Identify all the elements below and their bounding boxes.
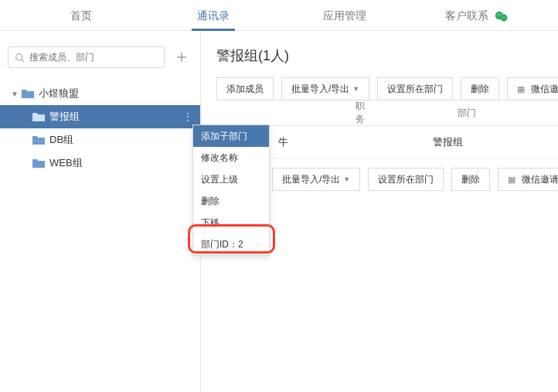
tree-item-label: 警报组 (49, 110, 182, 124)
set-dept-button-2[interactable]: 设置所在部门 (368, 168, 444, 191)
batch-import-button-2[interactable]: 批量导入/导出▼ (272, 168, 360, 191)
svg-line-7 (22, 59, 24, 61)
caret-down-icon: ▼ (11, 90, 19, 98)
tree-root-label: 小煜狼盟 (39, 87, 200, 101)
menu-set-parent[interactable]: 设置上级 (193, 169, 269, 190)
dept-id-value: 2 (238, 239, 243, 250)
cell-dept: 警报组 (340, 135, 558, 149)
tree-item-label: WEB组 (49, 156, 200, 170)
add-dept-button[interactable] (171, 46, 192, 68)
batch-import-button[interactable]: 批量导入/导出▼ (281, 77, 369, 101)
search-input[interactable] (29, 52, 158, 63)
search-box[interactable] (8, 46, 165, 68)
toolbar-top: 添加成员 批量导入/导出▼ 设置所在部门 删除 微信邀请 (216, 77, 558, 101)
plus-icon (176, 52, 187, 63)
delete-button-2[interactable]: 删除 (451, 168, 490, 191)
sidebar: ▼ 小煜狼盟 警报组 ⋮ DB组 WEB组 (0, 31, 201, 392)
nav-tab-contacts[interactable]: 通讯录 (148, 0, 280, 30)
nav-tab-customer-label: 客户联系 (445, 9, 488, 22)
folder-icon (22, 89, 34, 98)
folder-icon (32, 159, 45, 168)
context-menu: 添加子部门 修改名称 设置上级 删除 下移 部门ID：2 (192, 124, 270, 256)
svg-point-6 (16, 53, 22, 60)
nav-tab-apps[interactable]: 应用管理 (279, 0, 411, 30)
tree-item-web[interactable]: WEB组 (0, 152, 200, 175)
folder-icon (32, 112, 45, 121)
dept-title: 警报组(1人) (216, 46, 558, 65)
tree-item-menu-icon[interactable]: ⋮ (182, 111, 200, 123)
th-job: 职务 (216, 100, 365, 126)
menu-add-child-dept[interactable]: 添加子部门 (193, 125, 269, 147)
chevron-down-icon: ▼ (343, 176, 350, 183)
add-member-button[interactable]: 添加成员 (216, 77, 274, 101)
wechat-invite-button-2[interactable]: 微信邀请 (498, 168, 558, 191)
th-dept: 部门 (365, 107, 558, 120)
search-row (0, 46, 200, 68)
svg-point-2 (497, 14, 498, 15)
menu-move-down[interactable]: 下移 (193, 212, 269, 233)
dept-id-label: 部门ID： (201, 239, 238, 250)
wechat-icon (495, 11, 509, 22)
folder-icon (32, 135, 45, 145)
tree-item-label: DB组 (49, 133, 200, 147)
menu-delete[interactable]: 删除 (193, 190, 269, 212)
svg-point-1 (500, 15, 507, 22)
tree-item-alarm[interactable]: 警报组 ⋮ (0, 105, 200, 128)
batch-label-2: 批量导入/导出 (282, 173, 340, 186)
nav-tab-home[interactable]: 首页 (15, 0, 148, 30)
chevron-down-icon: ▼ (352, 85, 359, 93)
wechat-invite-button[interactable]: 微信邀请 (507, 77, 558, 101)
tree-item-db[interactable]: DB组 (0, 128, 200, 152)
table-header: 职务 部门 (216, 100, 558, 126)
search-icon (15, 53, 25, 63)
menu-dept-id: 部门ID：2 (193, 233, 269, 255)
svg-point-4 (502, 17, 503, 18)
svg-point-5 (505, 17, 505, 18)
main-area: ▼ 小煜狼盟 警报组 ⋮ DB组 WEB组 警报组(1人) 添加成员 批量导入/… (0, 31, 558, 392)
menu-rename[interactable]: 修改名称 (193, 147, 269, 169)
svg-point-3 (500, 14, 502, 15)
nav-tab-customer[interactable]: 客户联系 (411, 0, 543, 30)
top-nav: 首页 通讯录 应用管理 客户联系 (0, 0, 558, 31)
delete-button[interactable]: 删除 (461, 77, 499, 101)
set-dept-button[interactable]: 设置所在部门 (377, 77, 453, 101)
tree-root[interactable]: ▼ 小煜狼盟 (0, 82, 200, 105)
batch-label: 批量导入/导出 (291, 83, 349, 96)
dept-tree: ▼ 小煜狼盟 警报组 ⋮ DB组 WEB组 (0, 82, 200, 175)
